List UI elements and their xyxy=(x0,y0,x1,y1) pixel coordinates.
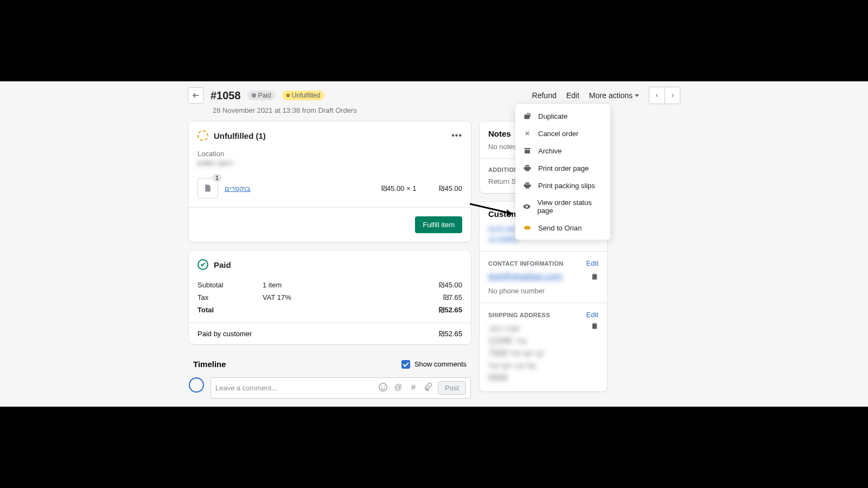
paid-by-label: Paid by customer xyxy=(197,330,252,338)
fulfill-button[interactable]: Fulfill item xyxy=(415,216,462,233)
item-line-total: ₪45.00 xyxy=(439,184,462,192)
print-icon xyxy=(523,164,532,172)
tax-label: Tax xyxy=(197,293,263,301)
mention-icon[interactable]: @ xyxy=(393,382,403,394)
order-pager xyxy=(649,87,680,104)
addr-line: 12345 עיר xyxy=(488,335,586,347)
svg-point-0 xyxy=(524,226,531,230)
orian-icon xyxy=(523,223,532,232)
checkbox-checked-icon xyxy=(401,360,410,369)
menu-view-status[interactable]: View order status page xyxy=(515,194,610,219)
subtotal-val: ₪45.00 xyxy=(419,281,462,289)
paid-title: Paid xyxy=(214,260,231,269)
paid-card: Paid Subtotal 1 item ₪45.00 Tax VAT 17% … xyxy=(189,251,471,344)
attach-icon[interactable] xyxy=(424,383,432,394)
menu-print-slips[interactable]: Print packing slips xyxy=(515,177,610,194)
unfulfilled-icon xyxy=(197,130,208,141)
card-menu-button[interactable]: ••• xyxy=(451,131,462,140)
subtotal-label: Subtotal xyxy=(197,281,263,289)
location-label: Location xyxy=(189,150,471,158)
timeline-title: Timeline xyxy=(193,359,226,369)
svg-point-4 xyxy=(381,386,382,387)
chevron-down-icon xyxy=(635,94,639,97)
close-icon xyxy=(523,129,532,138)
prev-order-button[interactable] xyxy=(649,87,665,104)
addr-line: שם רחוב xyxy=(488,322,586,335)
emoji-icon[interactable] xyxy=(378,382,388,394)
hash-icon[interactable]: # xyxy=(409,382,418,394)
clipboard-icon[interactable] xyxy=(591,273,598,280)
edit-button[interactable]: Edit xyxy=(566,91,579,100)
menu-cancel-order[interactable]: Cancel order xyxy=(515,125,610,142)
addr-line: קו ישראל 7500 xyxy=(488,347,586,359)
svg-point-5 xyxy=(384,386,385,387)
customer-email[interactable]: test@shadiser.com xyxy=(488,271,586,282)
line-item: 1 בוקסרים ₪45.00 × 1 ₪45.00 xyxy=(189,174,471,207)
svg-point-3 xyxy=(379,383,387,390)
shipping-edit-button[interactable]: Edit xyxy=(586,311,598,319)
duplicate-icon xyxy=(523,112,532,120)
timeline-section: Timeline Show comments Leave a comment..… xyxy=(189,353,471,403)
total-label: Total xyxy=(197,306,263,314)
location-value: רחוב המדע xyxy=(189,158,471,174)
item-qty: 1 xyxy=(212,174,222,182)
addr-line: מדינה ישראל xyxy=(488,359,586,372)
subtotal-desc: 1 item xyxy=(263,281,419,289)
item-thumbnail: 1 xyxy=(197,178,218,198)
total-val: ₪52.65 xyxy=(419,306,462,314)
paid-icon xyxy=(197,259,208,270)
more-actions-menu: Duplicate Cancel order Archive Print ord… xyxy=(515,104,610,240)
chevron-right-icon xyxy=(670,93,675,98)
shipping-label: SHIPPING ADDRESS xyxy=(488,312,550,318)
clipboard-icon[interactable] xyxy=(591,322,598,330)
item-name-link[interactable]: בוקסרים xyxy=(225,184,375,192)
unfulfilled-badge: Unfulfilled xyxy=(282,91,325,100)
no-phone: No phone number xyxy=(488,282,598,295)
menu-duplicate[interactable]: Duplicate xyxy=(515,107,610,125)
tax-val: ₪7.65 xyxy=(419,293,462,301)
item-unit-price: ₪45.00 × 1 xyxy=(381,184,417,192)
svg-text:#: # xyxy=(411,382,416,391)
arrow-left-icon xyxy=(192,92,200,99)
unfulfilled-card: Unfulfilled (1) ••• Location רחוב המדע 1… xyxy=(189,121,471,242)
unfulfilled-title: Unfulfilled (1) xyxy=(214,131,266,140)
next-order-button[interactable] xyxy=(665,87,680,104)
addr-line: 0500 xyxy=(488,372,586,384)
doc-icon xyxy=(203,184,212,192)
paid-by-val: ₪52.65 xyxy=(439,330,462,338)
ring-icon xyxy=(286,94,290,97)
order-number: #1058 xyxy=(210,89,241,102)
menu-archive[interactable]: Archive xyxy=(515,142,610,159)
notes-title: Notes xyxy=(488,129,511,138)
svg-text:@: @ xyxy=(394,382,403,391)
post-button[interactable]: Post xyxy=(438,381,466,395)
archive-icon xyxy=(523,146,532,155)
back-button[interactable] xyxy=(188,87,204,104)
dot-icon xyxy=(252,93,256,98)
show-comments-toggle[interactable]: Show comments xyxy=(401,360,467,369)
order-date: 28 November 2021 at 13:38 from Draft Ord… xyxy=(213,106,357,114)
paid-badge: Paid xyxy=(247,91,276,100)
comment-input[interactable]: Leave a comment... @ # Post xyxy=(210,377,471,399)
menu-send-orian[interactable]: Send to Orian xyxy=(515,219,610,236)
menu-print-order[interactable]: Print order page xyxy=(515,159,610,177)
avatar xyxy=(189,377,204,393)
refund-button[interactable]: Refund xyxy=(532,91,557,100)
eye-icon xyxy=(523,202,531,211)
more-actions-button[interactable]: More actions xyxy=(589,91,639,100)
tax-desc: VAT 17% xyxy=(263,293,419,301)
contact-label: CONTACT INFORMATION xyxy=(488,260,564,267)
chevron-left-icon xyxy=(654,93,660,98)
print-icon xyxy=(523,181,532,190)
contact-edit-button[interactable]: Edit xyxy=(586,259,598,267)
